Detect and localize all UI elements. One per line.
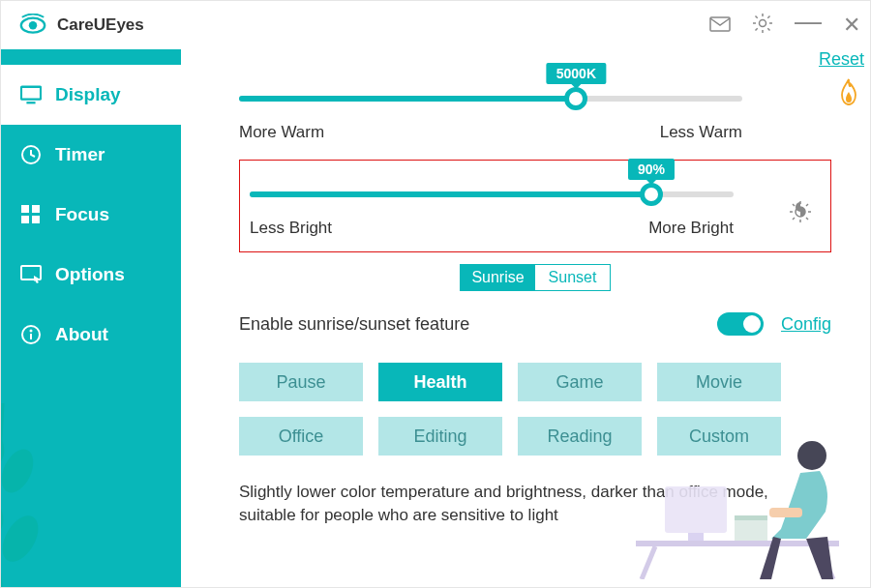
svg-line-34 (793, 218, 795, 220)
mode-button-reading[interactable]: Reading (518, 417, 642, 456)
brightness-group: 90% Less Bright More Bright (239, 160, 831, 252)
svg-rect-12 (21, 87, 41, 100)
svg-rect-2 (710, 17, 730, 31)
mode-button-pause[interactable]: Pause (239, 363, 363, 401)
svg-rect-36 (636, 541, 839, 546)
svg-point-1 (29, 21, 37, 29)
sidebar-item-focus[interactable]: Focus (1, 185, 181, 245)
sunrise-sunset-segmented[interactable]: Sunrise Sunset (460, 264, 611, 291)
svg-point-26 (0, 510, 42, 568)
svg-line-9 (767, 28, 769, 30)
sidebar-item-label: Display (55, 84, 121, 105)
enable-toggle[interactable] (717, 312, 764, 336)
app-title: CareUEyes (57, 15, 144, 35)
sidebar-item-label: Timer (55, 144, 105, 165)
less-bright-label: Less Bright (250, 219, 332, 238)
svg-point-3 (760, 19, 766, 26)
sidebar-item-label: Focus (55, 204, 109, 225)
config-link[interactable]: Config (781, 314, 831, 335)
mode-button-office[interactable]: Office (239, 417, 363, 456)
reset-link[interactable]: Reset (819, 49, 864, 70)
sidebar-item-label: About (55, 324, 108, 345)
info-icon (20, 324, 42, 345)
mode-button-game[interactable]: Game (518, 363, 642, 401)
svg-line-37 (642, 546, 655, 579)
mode-description: Slightly lower color temperature and bri… (239, 481, 781, 527)
sidebar-item-label: Options (55, 264, 125, 285)
flame-icon (837, 78, 860, 105)
svg-line-8 (756, 15, 758, 17)
color-temp-labels: More Warm Less Warm (239, 123, 742, 142)
sidebar-item-options[interactable]: Options (1, 245, 181, 305)
segment-sunrise[interactable]: Sunrise (461, 265, 535, 290)
brightness-labels: Less Bright More Bright (250, 219, 734, 238)
minimize-button[interactable]: — (795, 6, 822, 37)
decorative-leaves (0, 384, 42, 588)
svg-line-33 (806, 218, 808, 220)
logo-eye-icon (18, 14, 47, 37)
svg-line-11 (767, 15, 769, 17)
window-controls: — ✕ (709, 10, 860, 41)
main-panel: Reset 5000K More Warm Less Warm 90% (181, 49, 870, 587)
titlebar: CareUEyes — ✕ (1, 1, 870, 49)
monitor-cursor-icon (20, 264, 42, 285)
svg-point-24 (0, 444, 40, 497)
gear-icon[interactable] (752, 13, 773, 39)
svg-rect-16 (32, 205, 40, 213)
mode-button-health[interactable]: Health (378, 363, 502, 401)
segment-sunset[interactable]: Sunset (535, 265, 610, 290)
less-warm-label: Less Warm (660, 123, 742, 142)
enable-row: Enable sunrise/sunset feature Config (239, 312, 831, 336)
sidebar-item-about[interactable]: About (1, 305, 181, 365)
svg-point-25 (0, 481, 11, 539)
mode-button-movie[interactable]: Movie (657, 363, 781, 401)
clock-icon (20, 144, 42, 165)
brightness-thumb[interactable] (640, 183, 663, 206)
grid-icon (20, 204, 42, 225)
brightness-tooltip: 90% (628, 159, 675, 180)
enable-label: Enable sunrise/sunset feature (239, 314, 469, 335)
mode-button-editing[interactable]: Editing (378, 417, 502, 456)
svg-rect-40 (688, 533, 704, 541)
brightness-icon (790, 201, 811, 222)
sidebar-item-display[interactable]: Display (1, 65, 181, 125)
svg-point-21 (30, 330, 33, 333)
close-button[interactable]: ✕ (843, 13, 860, 38)
svg-line-35 (806, 204, 808, 206)
svg-line-32 (793, 204, 795, 206)
sidebar-item-timer[interactable]: Timer (1, 125, 181, 185)
more-bright-label: More Bright (648, 219, 734, 238)
sidebar: Display Timer Focus Options About (1, 49, 181, 587)
mail-icon[interactable] (709, 15, 731, 37)
brightness-slider[interactable]: 90% (250, 191, 813, 197)
display-icon (20, 84, 42, 105)
color-temp-tooltip: 5000K (547, 63, 606, 84)
svg-point-23 (0, 415, 11, 468)
svg-rect-17 (21, 216, 29, 223)
svg-rect-19 (21, 266, 41, 279)
color-temp-slider[interactable]: 5000K (239, 96, 831, 102)
mode-grid: PauseHealthGameMovieOfficeEditingReading… (239, 363, 831, 456)
more-warm-label: More Warm (239, 123, 324, 142)
svg-rect-15 (21, 205, 29, 213)
svg-rect-18 (32, 216, 40, 223)
mode-button-custom[interactable]: Custom (657, 417, 781, 456)
svg-line-10 (756, 28, 758, 30)
color-temp-thumb[interactable] (564, 87, 587, 110)
svg-line-38 (820, 546, 833, 579)
